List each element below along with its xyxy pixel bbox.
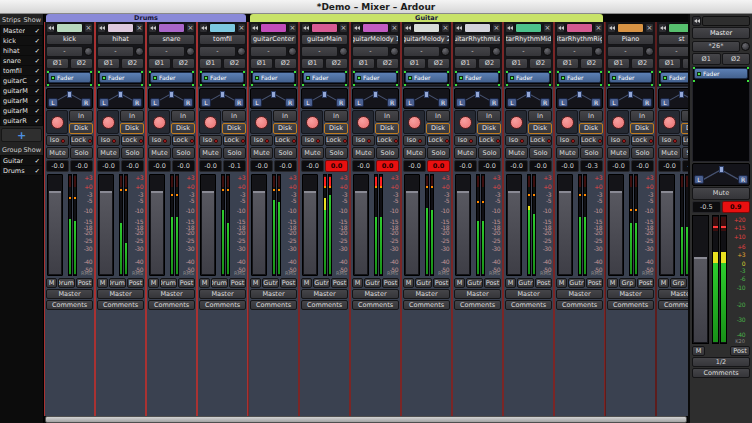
pan-handle[interactable] <box>118 91 123 98</box>
pan-left-button[interactable]: L <box>303 98 313 107</box>
master-mute-button[interactable]: Mute <box>692 187 750 200</box>
metering-button[interactable]: M <box>301 278 312 288</box>
strip-name-button[interactable]: hihat <box>97 34 144 45</box>
input-button[interactable]: - <box>556 46 593 57</box>
phase-2-button[interactable]: Ø2 <box>172 58 195 69</box>
output-button[interactable]: Master <box>97 289 144 299</box>
input-button[interactable]: - <box>352 46 389 57</box>
narrow-strip-icon[interactable] <box>658 23 667 33</box>
processor-box[interactable]: Fader <box>505 70 552 85</box>
pan-handle[interactable] <box>373 91 378 98</box>
strip-name-button[interactable]: guitarRhythmMiddle <box>505 34 552 45</box>
solo-isolate-button[interactable]: Iso <box>556 135 579 146</box>
pan-left-button[interactable]: L <box>99 98 109 107</box>
mute-button[interactable]: Mute <box>250 147 273 159</box>
pan-right-button[interactable]: R <box>489 98 499 107</box>
strip-color-button[interactable] <box>566 23 593 33</box>
meter-point-button[interactable]: Post <box>127 278 144 288</box>
fader-slider[interactable] <box>506 174 522 276</box>
comments-button[interactable]: Comments <box>692 368 750 378</box>
monitor-input-button[interactable]: In <box>681 110 688 122</box>
fader-slider[interactable] <box>557 174 573 276</box>
trim-knob[interactable] <box>543 47 552 56</box>
trim-knob[interactable] <box>237 47 246 56</box>
narrow-strip-icon[interactable] <box>692 16 701 26</box>
close-icon[interactable]: × <box>645 23 654 33</box>
solo-isolate-button[interactable]: Iso <box>46 135 69 146</box>
metering-button[interactable]: M <box>46 278 57 288</box>
fader-slider[interactable] <box>608 174 624 276</box>
fader-processor-entry[interactable]: Fader <box>99 72 142 83</box>
strip-name-button[interactable]: st <box>658 34 688 45</box>
pan-widget[interactable]: LR <box>46 88 93 109</box>
metering-button[interactable]: M <box>556 278 567 288</box>
output-button[interactable]: Master <box>46 289 93 299</box>
pan-right-button[interactable]: R <box>591 98 601 107</box>
pan-left-button[interactable]: L <box>150 98 160 107</box>
phase-1-button[interactable]: Ø1 <box>692 53 721 65</box>
strip-name-button[interactable]: guitarRhythmRight <box>556 34 603 45</box>
pan-right-button[interactable]: R <box>183 98 193 107</box>
strip-visible-check[interactable]: ✓ <box>35 117 40 125</box>
group-visible-check[interactable]: ✓ <box>35 167 40 175</box>
trim-knob[interactable] <box>594 47 603 56</box>
metering-button[interactable]: M <box>454 278 465 288</box>
pan-left-button[interactable]: L <box>201 98 211 107</box>
input-button[interactable]: - <box>199 46 236 57</box>
solo-isolate-button[interactable]: Iso <box>607 135 630 146</box>
solo-button[interactable]: Solo <box>325 147 348 159</box>
phase-1-button[interactable]: Ø1 <box>403 58 426 69</box>
mute-button[interactable]: Mute <box>556 147 579 159</box>
metering-button[interactable]: M <box>250 278 261 288</box>
strip-visible-check[interactable]: ✓ <box>35 67 40 75</box>
processor-box[interactable]: Fader <box>46 70 93 85</box>
sidebar-strip-item[interactable]: guitarR✓ <box>1 116 42 125</box>
solo-button[interactable]: Solo <box>631 147 654 159</box>
pan-right-button[interactable]: R <box>438 98 448 107</box>
processor-box[interactable]: Fader <box>692 66 750 162</box>
group-button[interactable]: Drums <box>160 278 177 288</box>
strip-color-button[interactable] <box>107 23 134 33</box>
metering-button[interactable]: M <box>199 278 210 288</box>
processor-box[interactable]: Fader <box>250 70 297 85</box>
monitor-input-button[interactable]: In <box>375 110 399 122</box>
fader-processor-entry[interactable]: Fader <box>150 72 193 83</box>
meter-point-button[interactable]: Post <box>535 278 552 288</box>
pan-left-button[interactable]: L <box>405 98 415 107</box>
fader-slider[interactable] <box>659 174 675 276</box>
lock-button[interactable]: Lock <box>631 135 654 146</box>
lock-button[interactable]: Lock <box>274 135 297 146</box>
group-button[interactable]: Gutr <box>517 278 534 288</box>
phase-1-button[interactable]: Ø1 <box>199 58 222 69</box>
solo-isolate-button[interactable]: Iso <box>454 135 477 146</box>
phase-2-button[interactable]: Ø2 <box>376 58 399 69</box>
phase-1-button[interactable]: Ø1 <box>505 58 528 69</box>
sidebar-group-item[interactable]: Drums✓ <box>1 166 42 175</box>
lock-button[interactable]: Lock <box>172 135 195 146</box>
solo-isolate-button[interactable]: Iso <box>505 135 528 146</box>
master-name-button[interactable]: Master <box>692 27 750 39</box>
mute-button[interactable]: Mute <box>607 147 630 159</box>
metering-button[interactable]: M <box>658 278 669 288</box>
strip-color-button[interactable] <box>260 23 287 33</box>
monitor-input-button[interactable]: In <box>630 110 654 122</box>
monitor-disk-button[interactable]: Disk <box>426 123 450 135</box>
phase-2-button[interactable]: Ø2 <box>325 58 348 69</box>
processor-box[interactable]: Fader <box>556 70 603 85</box>
close-icon[interactable]: × <box>237 23 246 33</box>
pan-handle[interactable] <box>679 91 684 98</box>
mute-button[interactable]: Mute <box>301 147 324 159</box>
narrow-strip-icon[interactable] <box>46 23 55 33</box>
fader-slider[interactable] <box>200 174 216 276</box>
mute-button[interactable]: Mute <box>199 147 222 159</box>
pan-left-button[interactable]: L <box>558 98 568 107</box>
trim-knob[interactable] <box>135 47 144 56</box>
solo-isolate-button[interactable]: Iso <box>658 135 681 146</box>
close-icon[interactable]: × <box>288 23 297 33</box>
sidebar-strip-item[interactable]: Master✓ <box>1 26 42 35</box>
processor-box[interactable]: Fader <box>97 70 144 85</box>
mute-button[interactable]: Mute <box>403 147 426 159</box>
solo-isolate-button[interactable]: Iso <box>301 135 324 146</box>
solo-button[interactable]: Solo <box>478 147 501 159</box>
pan-widget[interactable]: LR <box>505 88 552 109</box>
